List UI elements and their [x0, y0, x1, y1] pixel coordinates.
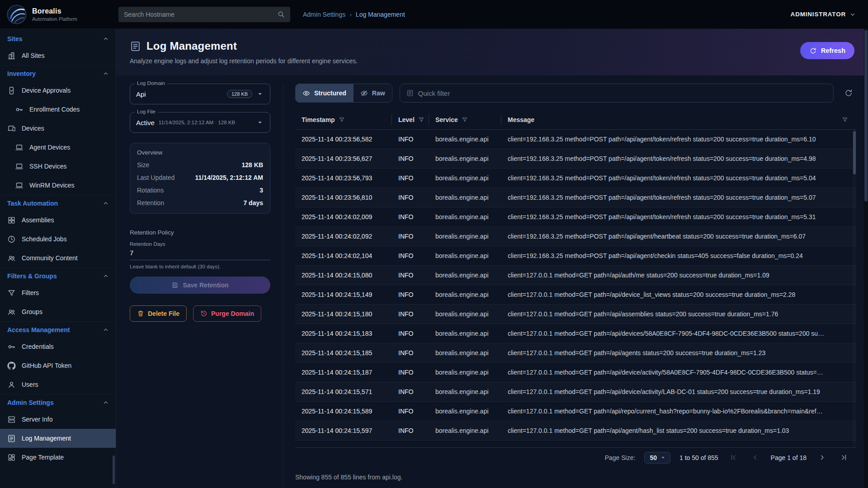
next-page-button[interactable]: [816, 451, 828, 464]
table-row[interactable]: 2025-11-14 00:23:56,627INFOborealis.engi…: [295, 149, 856, 169]
user-menu[interactable]: ADMINISTRATOR: [791, 11, 856, 18]
last-page-button[interactable]: [837, 451, 850, 464]
sidebar-section-header-task-automation[interactable]: Task Automation: [0, 195, 116, 211]
sidebar-item-winrm-devices[interactable]: WinRM Devices: [0, 176, 116, 195]
sidebar-section-header-access-management[interactable]: Access Management: [0, 322, 116, 337]
sidebar-item-server-info[interactable]: Server Info: [0, 410, 116, 429]
sidebar-item-all-sites[interactable]: All Sites: [0, 46, 116, 65]
sidebar-item-ssh-devices[interactable]: SSH Devices: [0, 157, 116, 176]
save-retention-button[interactable]: Save Retention: [130, 277, 270, 294]
first-page-button[interactable]: [727, 451, 740, 464]
pagination-page-info: Page 1 of 18: [771, 454, 807, 461]
table-row[interactable]: 2025-11-14 00:24:15,589INFOborealis.engi…: [295, 402, 856, 421]
previous-page-button[interactable]: [749, 451, 762, 464]
overview-row-rotations: Rotations3: [137, 187, 263, 194]
brand-logo-icon: [6, 4, 27, 25]
breadcrumb-log-management[interactable]: Log Management: [356, 11, 405, 18]
cell-level: INFO: [392, 155, 429, 162]
sidebar-item-log-management[interactable]: Log Management: [0, 429, 116, 448]
sidebar-section-header-filters-groups[interactable]: Filters & Groups: [0, 268, 116, 283]
log-domain-select[interactable]: Log Domain Api 128 KB: [130, 84, 270, 104]
table-row[interactable]: 2025-11-14 00:24:15,187INFOborealis.engi…: [295, 363, 856, 382]
purge-domain-button[interactable]: Purge Domain: [193, 305, 261, 322]
quick-filter-box[interactable]: [400, 84, 834, 103]
table-row[interactable]: 2025-11-14 00:24:15,183INFOborealis.engi…: [295, 324, 856, 343]
cell-message: client=192.168.3.25 method=POST path=/ap…: [501, 233, 856, 240]
column-header-message[interactable]: Message: [501, 114, 856, 126]
column-header-service[interactable]: Service: [429, 114, 501, 126]
page-size-select[interactable]: 50: [644, 452, 670, 464]
search-input[interactable]: [124, 11, 274, 18]
table-refresh-button[interactable]: [841, 85, 856, 101]
breadcrumb-admin-settings[interactable]: Admin Settings: [303, 11, 345, 18]
page-scrollbar-thumb[interactable]: [864, 30, 868, 202]
cell-timestamp: 2025-11-14 00:24:15,185: [295, 349, 392, 357]
table-row[interactable]: 2025-11-14 00:23:56,793INFOborealis.engi…: [295, 169, 856, 188]
delete-file-button[interactable]: Delete File: [130, 305, 187, 322]
sidebar-item-filters[interactable]: Filters: [0, 283, 116, 302]
sidebar-item-users[interactable]: Users: [0, 375, 116, 394]
sidebar-item-devices[interactable]: Devices: [0, 119, 116, 138]
filter-icon[interactable]: [339, 117, 345, 123]
cell-timestamp: 2025-11-14 00:24:15,149: [295, 291, 392, 298]
table-row[interactable]: 2025-11-14 00:24:15,080INFOborealis.engi…: [295, 266, 856, 285]
filter-icon[interactable]: [842, 117, 848, 123]
table-row[interactable]: 2025-11-14 00:24:02,104INFOborealis.engi…: [295, 246, 856, 266]
cell-level: INFO: [392, 330, 429, 337]
table-scrollbar-thumb[interactable]: [853, 131, 856, 174]
sidebar-item-assemblies[interactable]: Assemblies: [0, 211, 116, 230]
column-header-level[interactable]: Level: [392, 114, 429, 126]
view-toggle-group: Structured Raw: [295, 84, 392, 103]
sidebar-item-device-approvals[interactable]: Device Approvals: [0, 81, 116, 100]
table-row[interactable]: 2025-11-14 00:23:56,582INFOborealis.engi…: [295, 130, 856, 149]
page-scrollbar[interactable]: [864, 29, 868, 488]
brand-text: Borealis Automation Platform: [32, 7, 77, 22]
sidebar-item-groups[interactable]: Groups: [0, 302, 116, 321]
table-row[interactable]: 2025-11-14 00:24:15,185INFOborealis.engi…: [295, 343, 856, 363]
sidebar-item-github-api-token[interactable]: GitHub API Token: [0, 356, 116, 375]
sidebar-item-enrollment-codes[interactable]: Enrollment Codes: [0, 100, 116, 119]
quick-filter-input[interactable]: [418, 89, 827, 97]
retention-days-input[interactable]: [130, 247, 270, 260]
table-scrollbar[interactable]: [853, 130, 856, 447]
save-retention-label: Save Retention: [183, 282, 228, 289]
devices-icon: [7, 124, 16, 133]
sidebar-item-community-content[interactable]: Community Content: [0, 249, 116, 267]
overview-rows: Size128 KBLast Updated11/14/2025, 2:12:1…: [137, 161, 263, 206]
table-row[interactable]: 2025-11-14 00:23:56,810INFOborealis.engi…: [295, 188, 856, 207]
first-page-icon: [729, 453, 738, 462]
article-icon: [7, 434, 16, 443]
sidebar-item-page-template[interactable]: Page Template: [0, 448, 116, 467]
structured-toggle[interactable]: Structured: [296, 84, 353, 102]
table-row[interactable]: 2025-11-14 00:24:02,092INFOborealis.engi…: [295, 227, 856, 246]
table-row[interactable]: 2025-11-14 00:24:15,597INFOborealis.engi…: [295, 421, 856, 441]
sidebar-section-header-inventory[interactable]: Inventory: [0, 66, 116, 81]
sidebar-section-header-admin-settings[interactable]: Admin Settings: [0, 394, 116, 410]
brand[interactable]: Borealis Automation Platform: [6, 4, 117, 25]
sidebar-section-admin-settings: Admin SettingsServer InfoLog ManagementP…: [0, 394, 116, 467]
cell-timestamp: 2025-11-14 00:24:15,187: [295, 369, 392, 376]
filter-icon[interactable]: [418, 117, 425, 123]
table-row[interactable]: 2025-11-14 00:24:02,009INFOborealis.engi…: [295, 207, 856, 227]
chevron-up-icon: [102, 200, 109, 207]
cell-level: INFO: [392, 310, 429, 318]
column-header-timestamp[interactable]: Timestamp: [295, 114, 392, 126]
table-row[interactable]: 2025-11-14 00:24:15,149INFOborealis.engi…: [295, 285, 856, 305]
search-box[interactable]: [118, 7, 290, 22]
sidebar-item-agent-devices[interactable]: Agent Devices: [0, 138, 116, 157]
sidebar-section-filters-groups: Filters & GroupsFiltersGroups: [0, 267, 116, 321]
sidebar-scrollbar[interactable]: [113, 455, 115, 484]
raw-toggle[interactable]: Raw: [353, 84, 392, 102]
cell-service: borealis.engine.api: [429, 174, 501, 182]
purge-icon: [200, 310, 208, 317]
table-row[interactable]: 2025-11-14 00:24:15,180INFOborealis.engi…: [295, 305, 856, 324]
cell-service: borealis.engine.api: [429, 136, 501, 143]
sidebar-section-header-sites[interactable]: Sites: [0, 31, 116, 46]
sidebar-item-scheduled-jobs[interactable]: Scheduled Jobs: [0, 230, 116, 249]
table-row[interactable]: 2025-11-14 00:24:15,571INFOborealis.engi…: [295, 382, 856, 402]
sidebar-item-credentials[interactable]: Credentials: [0, 337, 116, 356]
filter-icon[interactable]: [462, 117, 468, 123]
refresh-button[interactable]: Refresh: [800, 42, 854, 59]
content: Log Domain Api 128 KB Log File Active 11…: [116, 75, 868, 488]
log-file-select[interactable]: Log File Active 11/14/2025, 2:12:12 AM ·…: [130, 112, 270, 133]
